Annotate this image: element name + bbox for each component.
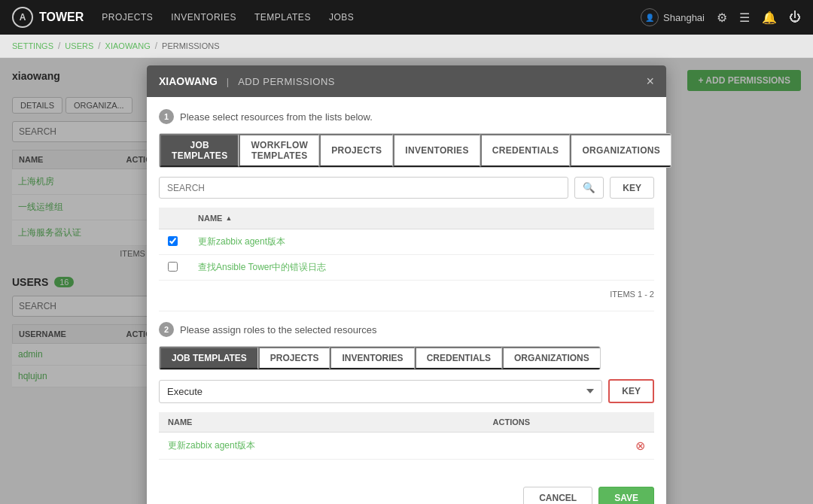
dialog-action-title: ADD PERMISSIONS	[238, 76, 335, 87]
resource-tab-inventories[interactable]: INVENTORIES	[393, 134, 480, 167]
resource-link[interactable]: 更新zabbix agent版本	[198, 236, 285, 247]
search-button[interactable]: 🔍	[574, 177, 604, 199]
search-row: 🔍 KEY	[159, 177, 654, 199]
dialog-header: XIAOWANG | ADD PERMISSIONS ×	[147, 65, 666, 97]
role-tab-projects[interactable]: PROJECTS	[258, 347, 330, 369]
dialog-user-title: XIAOWANG	[159, 75, 218, 87]
nav-item-templates[interactable]: TEMPLATES	[254, 9, 311, 26]
resource-tab-job-templates[interactable]: JOB TEMPLATES	[160, 134, 239, 167]
step2-text: Please assign roles to the selected reso…	[180, 324, 377, 335]
user-name: Shanghai	[663, 12, 705, 23]
step1-items-info: ITEMS 1 - 2	[159, 287, 654, 305]
role-tab-job-templates[interactable]: JOB TEMPLATES	[160, 347, 258, 369]
resource-search-input[interactable]	[159, 177, 568, 199]
selected-col-actions: ACTIONS	[484, 412, 654, 433]
bell-icon[interactable]: 🔔	[762, 11, 777, 25]
step2-label: 2 Please assign roles to the selected re…	[159, 322, 654, 337]
col-name: NAME ▲	[189, 208, 654, 229]
list-icon[interactable]: ☰	[739, 11, 750, 25]
remove-circle-icon[interactable]: ⊗	[635, 439, 645, 452]
power-icon[interactable]: ⏻	[789, 11, 801, 24]
name-cell: 查找Ansible Tower中的错误日志	[189, 255, 654, 281]
name-cell: 更新zabbix agent版本	[189, 229, 654, 255]
checkbox-cell	[159, 229, 189, 255]
app-logo[interactable]: A TOWER	[12, 7, 84, 28]
table-row: 更新zabbix agent版本	[159, 229, 654, 255]
selected-actions-cell: ⊗	[484, 433, 654, 460]
selected-row: 更新zabbix agent版本 ⊗	[159, 433, 654, 460]
breadcrumb-xiaowang[interactable]: xiaowang	[105, 41, 151, 50]
selected-name-cell: 更新zabbix agent版本	[159, 433, 484, 460]
step2: 2 Please assign roles to the selected re…	[159, 311, 654, 460]
step1-text: Please select resources from the lists b…	[180, 111, 373, 123]
dialog-body: 1 Please select resources from the lists…	[147, 97, 666, 479]
role-select[interactable]: Execute Admin Read	[159, 380, 602, 403]
save-button[interactable]: SAVE	[598, 487, 654, 504]
role-tab-organizations[interactable]: ORGANIZATIONS	[502, 347, 600, 369]
breadcrumb-current: PERMISSIONS	[162, 41, 219, 50]
selected-link[interactable]: 更新zabbix agent版本	[168, 440, 255, 451]
table-row: 查找Ansible Tower中的错误日志	[159, 255, 654, 281]
logo-circle: A	[12, 7, 33, 28]
resource-link[interactable]: 查找Ansible Tower中的错误日志	[198, 262, 326, 272]
user-info[interactable]: 👤 Shanghai	[641, 8, 705, 26]
step2-number: 2	[159, 322, 174, 337]
selected-table: NAME ACTIONS 更新zabbix agent版本 ⊗	[159, 412, 654, 460]
breadcrumb: SETTINGS / USERS / xiaowang / PERMISSION…	[0, 35, 813, 58]
top-nav-right: 👤 Shanghai ⚙ ☰ 🔔 ⏻	[641, 8, 801, 26]
step1-label: 1 Please select resources from the lists…	[159, 109, 654, 124]
dialog-footer: CANCEL SAVE	[147, 479, 666, 504]
app-name: TOWER	[39, 11, 84, 24]
resource-table: NAME ▲ 更新zabbix agent版本	[159, 208, 654, 281]
gear-icon[interactable]: ⚙	[717, 11, 727, 25]
role-tabs: JOB TEMPLATES PROJECTS INVENTORIES CREDE…	[159, 346, 601, 370]
add-permissions-dialog: XIAOWANG | ADD PERMISSIONS × 1 Please se…	[147, 65, 666, 504]
top-navigation: A TOWER PROJECTS INVENTORIES TEMPLATES J…	[0, 0, 813, 35]
dialog-close-button[interactable]: ×	[646, 74, 654, 88]
main-content: xiaowang × DETAILS ORGANIZA... NAME ACTI…	[0, 58, 813, 504]
key-button-step1[interactable]: KEY	[610, 177, 654, 199]
nav-item-jobs[interactable]: JOBS	[329, 9, 354, 26]
select-row: Execute Admin Read KEY	[159, 379, 654, 403]
col-checkbox	[159, 208, 189, 229]
resource-tab-organizations[interactable]: ORGANIZATIONS	[570, 134, 671, 167]
role-tab-inventories[interactable]: INVENTORIES	[330, 347, 414, 369]
breadcrumb-users[interactable]: USERS	[65, 41, 93, 50]
user-avatar: 👤	[641, 8, 659, 26]
checkbox-cell	[159, 255, 189, 281]
row-checkbox[interactable]	[168, 236, 178, 246]
resource-tab-credentials[interactable]: CREDENTIALS	[480, 134, 571, 167]
nav-item-inventories[interactable]: INVENTORIES	[171, 9, 236, 26]
dialog-overlay: XIAOWANG | ADD PERMISSIONS × 1 Please se…	[0, 58, 813, 504]
nav-item-projects[interactable]: PROJECTS	[102, 9, 153, 26]
key-button-step2[interactable]: KEY	[608, 379, 654, 403]
resource-tab-workflow-templates[interactable]: WORKFLOW TEMPLATES	[239, 134, 319, 167]
resource-tab-projects[interactable]: PROJECTS	[319, 134, 393, 167]
row-checkbox[interactable]	[168, 262, 178, 272]
resource-tabs: JOB TEMPLATES WORKFLOW TEMPLATES PROJECT…	[159, 133, 671, 168]
selected-col-name: NAME	[159, 412, 484, 433]
cancel-button[interactable]: CANCEL	[523, 487, 592, 504]
role-tab-credentials[interactable]: CREDENTIALS	[415, 347, 502, 369]
step1-number: 1	[159, 109, 174, 124]
breadcrumb-settings[interactable]: SETTINGS	[12, 41, 53, 50]
sort-arrow-icon: ▲	[225, 214, 232, 222]
